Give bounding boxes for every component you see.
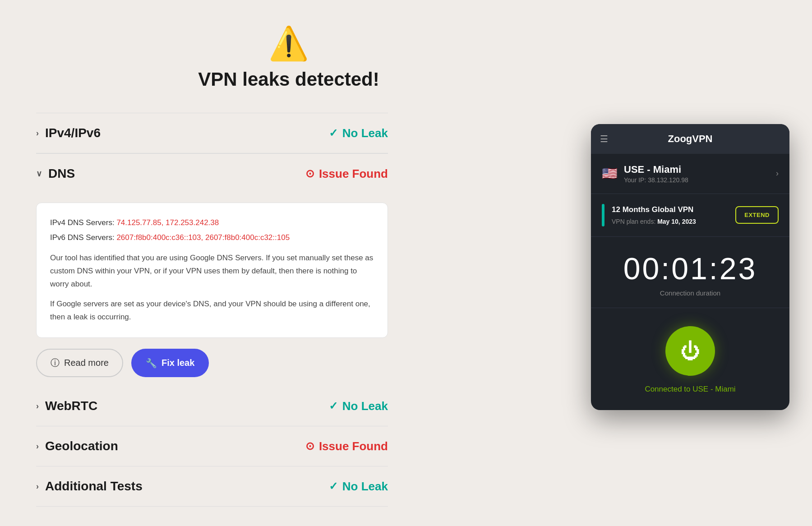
geolocation-row[interactable]: › Geolocation ⊙ Issue Found	[36, 426, 388, 466]
geo-status: ⊙ Issue Found	[305, 439, 388, 453]
ipv6-dns-value: 2607:f8b0:400c:c36::103, 2607:f8b0:400c:…	[116, 233, 290, 242]
row-left-dns: ∨ DNS	[36, 166, 75, 181]
geo-status-text: Issue Found	[319, 439, 388, 453]
vpn-app-title: ZoogVPN	[668, 133, 713, 145]
action-buttons: ⓘ Read more 🔧 Fix leak	[36, 349, 388, 377]
timer-label: Connection duration	[602, 289, 779, 297]
read-more-label: Read more	[64, 358, 109, 368]
location-chevron-icon: ›	[776, 169, 779, 178]
webrtc-row[interactable]: › WebRTC ✓ No Leak	[36, 386, 388, 426]
plan-section: 12 Months Global VPN VPN plan ends: May …	[591, 194, 789, 237]
dns-status: ⊙ Issue Found	[305, 167, 388, 181]
issue-icon-geo: ⊙	[305, 440, 314, 452]
check-icon-webrtc: ✓	[329, 400, 338, 412]
extend-button[interactable]: EXTEND	[735, 206, 779, 224]
dns-description-1: Our tool has identified that you are usi…	[50, 252, 374, 291]
chevron-right-icon: ›	[36, 129, 39, 138]
chevron-down-icon: ∨	[36, 169, 42, 179]
dns-expanded: IPv4 DNS Servers: 74.125.77.85, 172.253.…	[36, 194, 388, 386]
row-left-additional: › Additional Tests	[36, 479, 143, 494]
right-panel: ☰ ZoogVPN 🇺🇸 USE - Miami Your IP: 38.132…	[577, 0, 812, 526]
ipv4-label: IPv4/IPv6	[45, 126, 101, 140]
timer-section: 00:01:23 Connection duration	[591, 237, 789, 308]
power-button[interactable]: ⏻	[665, 326, 715, 376]
location-name: USE - Miami	[624, 164, 776, 175]
warning-section: ⚠️ VPN leaks detected!	[36, 27, 541, 90]
location-info: USE - Miami Your IP: 38.132.120.98	[624, 164, 776, 184]
plan-name: 12 Months Global VPN	[612, 205, 728, 214]
ipv4-dns-value: 74.125.77.85, 172.253.242.38	[116, 218, 219, 227]
row-left-ipv4: › IPv4/IPv6	[36, 126, 101, 140]
location-ip: Your IP: 38.132.120.98	[624, 176, 776, 184]
webrtc-status-text: No Leak	[342, 399, 388, 413]
plan-info: 12 Months Global VPN VPN plan ends: May …	[612, 205, 728, 225]
webrtc-label: WebRTC	[45, 399, 97, 413]
ip-label: Your IP:	[624, 176, 648, 184]
ipv4-row[interactable]: › IPv4/IPv6 ✓ No Leak	[36, 113, 388, 153]
warning-icon: ⚠️	[268, 27, 309, 60]
additional-label: Additional Tests	[45, 479, 143, 494]
main-title: VPN leaks detected!	[198, 69, 379, 90]
row-left-geo: › Geolocation	[36, 439, 118, 453]
ipv4-status-text: No Leak	[342, 126, 388, 140]
dns-row[interactable]: ∨ DNS ⊙ Issue Found	[36, 153, 388, 194]
connect-section: ⏻ Connected to USE - Miami	[591, 308, 789, 410]
wrench-icon: 🔧	[146, 358, 157, 369]
info-icon: ⓘ	[51, 357, 60, 369]
additional-status: ✓ No Leak	[329, 480, 388, 494]
dns-detail-box: IPv4 DNS Servers: 74.125.77.85, 172.253.…	[36, 203, 388, 338]
webrtc-status: ✓ No Leak	[329, 399, 388, 413]
issue-icon: ⊙	[305, 167, 314, 180]
chevron-right-icon-additional: ›	[36, 482, 39, 491]
geo-label: Geolocation	[45, 439, 118, 453]
additional-status-text: No Leak	[342, 480, 388, 494]
leak-rows: › IPv4/IPv6 ✓ No Leak ∨ DNS ⊙ Issue Foun…	[36, 113, 388, 507]
menu-icon[interactable]: ☰	[600, 134, 608, 144]
fix-leak-button[interactable]: 🔧 Fix leak	[131, 349, 209, 377]
plan-expiry: VPN plan ends: May 10, 2023	[612, 218, 728, 225]
left-panel: ⚠️ VPN leaks detected! › IPv4/IPv6 ✓ No …	[0, 0, 577, 526]
expiry-label: VPN plan ends:	[612, 218, 657, 225]
expiry-date: May 10, 2023	[657, 218, 696, 225]
dns-description-2: If Google servers are set as your device…	[50, 298, 374, 324]
fix-leak-label: Fix leak	[161, 358, 194, 368]
additional-row[interactable]: › Additional Tests ✓ No Leak	[36, 466, 388, 507]
connected-label: Connected to USE - Miami	[645, 385, 735, 394]
dns-section: ∨ DNS ⊙ Issue Found IPv4 DNS Servers: 74…	[36, 153, 388, 386]
ipv4-status: ✓ No Leak	[329, 126, 388, 140]
flag-icon: 🇺🇸	[602, 166, 618, 181]
vpn-app: ☰ ZoogVPN 🇺🇸 USE - Miami Your IP: 38.132…	[591, 124, 789, 410]
ipv6-dns-label: IPv6 DNS Servers:	[50, 233, 116, 242]
dns-status-text: Issue Found	[319, 167, 388, 181]
power-icon: ⏻	[680, 340, 700, 362]
location-row[interactable]: 🇺🇸 USE - Miami Your IP: 38.132.120.98 ›	[591, 154, 789, 194]
ipv4-dns-line: IPv4 DNS Servers: 74.125.77.85, 172.253.…	[50, 217, 374, 230]
check-icon-additional: ✓	[329, 480, 338, 493]
ip-value: 38.132.120.98	[648, 176, 688, 184]
timer-display: 00:01:23	[602, 253, 779, 284]
ipv4-dns-label: IPv4 DNS Servers:	[50, 218, 116, 227]
check-icon: ✓	[329, 127, 338, 139]
teal-bar	[602, 204, 604, 226]
chevron-right-icon-geo: ›	[36, 442, 39, 451]
vpn-header: ☰ ZoogVPN	[591, 124, 789, 154]
ipv6-dns-line: IPv6 DNS Servers: 2607:f8b0:400c:c36::10…	[50, 231, 374, 245]
dns-label: DNS	[48, 166, 75, 181]
chevron-right-icon-webrtc: ›	[36, 401, 39, 411]
read-more-button[interactable]: ⓘ Read more	[36, 349, 123, 377]
row-left-webrtc: › WebRTC	[36, 399, 97, 413]
